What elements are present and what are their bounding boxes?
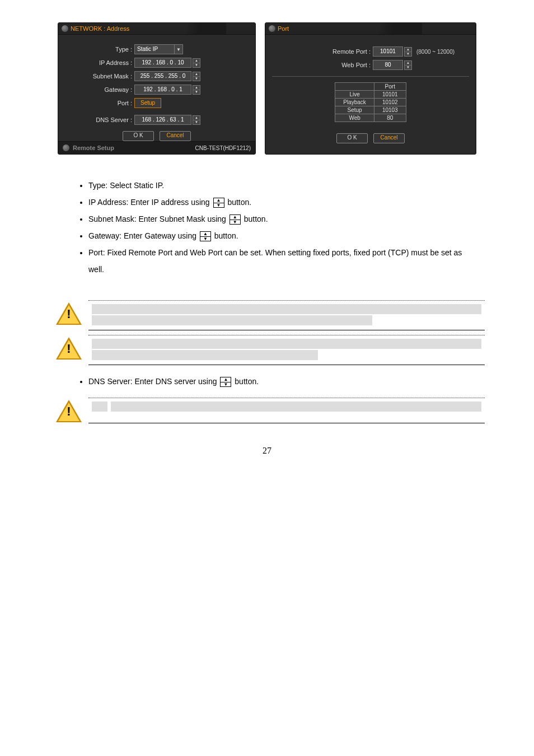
warning-icon: ! (56, 400, 82, 423)
panel-title: NETWORK : Address (71, 25, 129, 32)
list-item: IP Address: Enter IP address using ▲▼ bu… (88, 194, 479, 211)
caution-notice: ! (49, 398, 485, 423)
port-table: Port Live10101 Playback10102 Setup10103 … (335, 82, 406, 122)
remote-port-range: (8000 ~ 12000) (416, 49, 455, 55)
table-row: Live10101 (335, 91, 406, 99)
footer-left-text: Remote Setup (73, 144, 114, 151)
web-port-field[interactable]: 80 (373, 60, 403, 70)
notice-text (88, 398, 485, 423)
dns-label: DNS Server : (65, 116, 134, 123)
back-icon[interactable] (62, 25, 68, 32)
caution-notice: ! (49, 300, 485, 330)
web-port-stepper[interactable]: ▲▼ (404, 60, 412, 70)
cancel-button[interactable]: Cancel (160, 131, 191, 141)
remote-port-label: Remote Port : (287, 48, 373, 55)
ok-button[interactable]: O K (123, 131, 154, 141)
gateway-field[interactable]: 192 . 168 . 0 . 1 (134, 85, 191, 95)
stepper-icon: ▲▼ (220, 377, 231, 387)
list-item: DNS Server: Enter DNS server using ▲▼ bu… (88, 373, 479, 390)
subnet-stepper[interactable]: ▲▼ (193, 72, 200, 81)
remote-port-field[interactable]: 10101 (373, 46, 403, 57)
list-item: Port: Fixed Remote Port and Web Port can… (88, 244, 479, 278)
ip-field[interactable]: 192 . 168 . 0 . 10 (134, 58, 191, 68)
notice-text (88, 335, 485, 365)
stepper-icon: ▲▼ (229, 214, 241, 225)
warning-icon: ! (56, 337, 82, 361)
dns-stepper[interactable]: ▲▼ (193, 115, 200, 125)
panel-title: Port (278, 25, 289, 32)
web-port-label: Web Port : (287, 62, 373, 68)
warning-icon: ! (56, 302, 82, 326)
port-panel: Port Remote Port : 10101 ▲▼ (8000 ~ 1200… (265, 22, 476, 155)
network-address-panel: NETWORK : Address Type : Static IP ▼ IP … (58, 22, 256, 155)
remote-port-stepper[interactable]: ▲▼ (404, 47, 412, 57)
list-item: Subnet Mask: Enter Subnet Mask using ▲▼ … (88, 211, 479, 227)
ip-label: IP Address : (65, 59, 134, 66)
list-item: Type: Select Static IP. (88, 177, 479, 194)
table-row: Setup10103 (335, 106, 406, 114)
table-row: Playback10102 (335, 99, 406, 106)
gateway-label: Gateway : (65, 86, 134, 93)
stepper-icon: ▲▼ (200, 231, 211, 241)
screenshot-panels: NETWORK : Address Type : Static IP ▼ IP … (49, 22, 485, 155)
type-select[interactable]: Static IP (134, 44, 175, 54)
status-bar: Remote Setup CNB-TEST(HDF1212) (58, 141, 255, 154)
home-icon[interactable] (63, 144, 69, 151)
table-header-blank (335, 83, 374, 91)
subnet-field[interactable]: 255 . 255 . 255 . 0 (134, 71, 191, 81)
notice-text (88, 300, 485, 330)
instructions-block: Type: Select Static IP. IP Address: Ente… (55, 177, 479, 278)
footer-right-text: CNB-TEST(HDF1212) (195, 145, 251, 151)
instructions-block: DNS Server: Enter DNS server using ▲▼ bu… (55, 373, 479, 390)
stepper-icon: ▲▼ (213, 198, 224, 208)
ip-stepper[interactable]: ▲▼ (193, 58, 200, 68)
ok-button[interactable]: O K (336, 133, 368, 143)
gateway-stepper[interactable]: ▲▼ (193, 85, 200, 95)
dropdown-icon[interactable]: ▼ (174, 44, 183, 54)
page-number: 27 (49, 446, 485, 456)
cancel-button[interactable]: Cancel (373, 133, 405, 143)
caution-notice: ! (49, 335, 485, 365)
subnet-label: Subnet Mask : (65, 73, 134, 80)
dns-field[interactable]: 168 . 126 . 63 . 1 (134, 115, 191, 125)
port-setup-button[interactable]: Setup (134, 98, 161, 108)
panel-header: Port (265, 23, 476, 35)
port-label: Port : (65, 100, 134, 106)
back-icon[interactable] (269, 25, 275, 32)
panel-header: NETWORK : Address (58, 23, 255, 35)
type-label: Type : (65, 46, 134, 53)
table-row: Web80 (335, 114, 406, 122)
table-header-port: Port (374, 83, 406, 91)
list-item: Gateway: Enter Gateway using ▲▼ button. (88, 227, 479, 244)
